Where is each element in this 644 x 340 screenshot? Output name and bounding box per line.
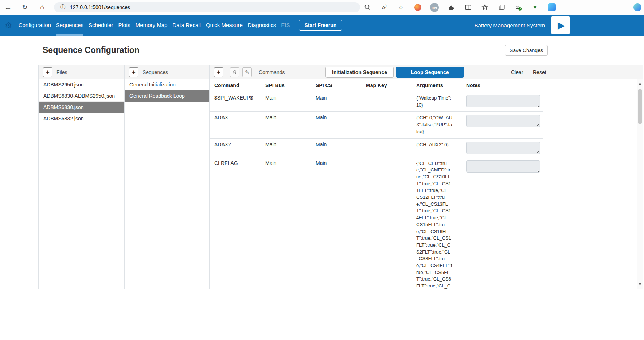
- extensions-puzzle-icon[interactable]: [447, 0, 456, 15]
- nav-item-quick-measure[interactable]: Quick Measure: [203, 15, 245, 36]
- cell-map-key: [361, 157, 411, 289]
- nav-item-diagnostics[interactable]: Diagnostics: [245, 15, 279, 36]
- cell-spi-bus: Main: [261, 92, 311, 112]
- note-textarea[interactable]: [466, 142, 540, 154]
- browser-essentials-icon[interactable]: ♥: [531, 0, 539, 15]
- initialization-sequence-button[interactable]: Initialization Sequence: [325, 67, 394, 78]
- files-panel-title: Files: [56, 69, 67, 75]
- add-file-button[interactable]: +: [43, 67, 52, 77]
- profile-avatar[interactable]: me: [430, 0, 439, 15]
- cell-command: CLRFLAG: [210, 157, 261, 289]
- file-item[interactable]: ADBMS6832.json: [39, 113, 124, 124]
- sequences-panel-header: + Sequences: [125, 65, 209, 79]
- command-row[interactable]: ADAX2 Main Main {"CH_AUX2":0}: [210, 138, 543, 157]
- commands-toolbar: + ✎ Commands Initialization Sequence Loo…: [210, 65, 643, 79]
- sequence-item-selected[interactable]: General Readback Loop: [125, 90, 209, 102]
- files-panel-header: + Files: [39, 65, 124, 79]
- command-row[interactable]: $SPI_WAKEUP$ Main Main {"Wakeup Time":10…: [210, 92, 543, 112]
- nav-item-data-recall[interactable]: Data Recall: [170, 15, 203, 36]
- commands-panel-title: Commands: [259, 65, 285, 79]
- nav-item-memory-map[interactable]: Memory Map: [133, 15, 170, 36]
- sequences-panel: + Sequences General Initialization Gener…: [125, 65, 210, 289]
- col-spi-cs: SPI CS: [311, 79, 361, 92]
- add-command-button[interactable]: +: [214, 67, 223, 77]
- cell-arguments: {"CL_CED":true,"CL_CMED":true,"CL_CS10FL…: [411, 157, 462, 289]
- url-text: 127.0.0.1:5001/sequences: [70, 4, 130, 10]
- nav-item-configuration[interactable]: Configuration: [16, 15, 54, 36]
- app-gradient-badge: [548, 3, 556, 11]
- cell-arguments: {"Wakeup Time":10}: [411, 92, 462, 112]
- settings-gear-icon[interactable]: ⚙: [5, 21, 12, 30]
- cell-spi-bus: Main: [261, 112, 311, 138]
- sequence-item[interactable]: General Initialization: [125, 79, 209, 90]
- cell-spi-cs: Main: [311, 138, 361, 157]
- cell-map-key: [361, 138, 411, 157]
- extension-icon[interactable]: [413, 0, 422, 15]
- downloads-icon[interactable]: [514, 0, 523, 15]
- browser-toolbar-icons: A) ☆ me ♥: [363, 0, 564, 15]
- cell-notes: [462, 138, 543, 157]
- zoom-out-icon[interactable]: [363, 0, 372, 15]
- cell-notes: [462, 92, 543, 112]
- nav-item-plots[interactable]: Plots: [116, 15, 133, 36]
- sequence-configuration-panels: + Files ADBMS2950.json ADBMS6830-ADBMS29…: [38, 65, 643, 289]
- favorites-bar-icon[interactable]: [480, 0, 489, 15]
- scroll-up-arrow-icon[interactable]: [639, 82, 641, 85]
- commands-scrollbar[interactable]: [637, 79, 643, 289]
- cell-notes: [462, 157, 543, 289]
- nav-item-eis: EIS: [278, 15, 292, 36]
- col-notes: Notes: [462, 79, 543, 92]
- refresh-icon[interactable]: ↻: [19, 0, 31, 15]
- clear-button[interactable]: Clear: [511, 65, 523, 79]
- sequences-panel-title: Sequences: [143, 69, 168, 75]
- back-icon[interactable]: ←: [2, 0, 14, 15]
- edit-command-button[interactable]: ✎: [242, 67, 252, 77]
- app-gradient-icon[interactable]: [547, 0, 556, 15]
- note-textarea[interactable]: [466, 160, 540, 173]
- delete-command-button[interactable]: [230, 67, 239, 77]
- read-aloud-icon[interactable]: A): [380, 0, 389, 15]
- save-changes-button[interactable]: Save Changes: [505, 45, 548, 56]
- nav-item-sequences[interactable]: Sequences: [54, 15, 86, 36]
- extension-badge: [414, 4, 421, 11]
- cell-spi-cs: Main: [311, 92, 361, 112]
- scrollbar-thumb[interactable]: [638, 89, 642, 124]
- scroll-down-arrow-icon[interactable]: [639, 283, 641, 285]
- files-panel: + Files ADBMS2950.json ADBMS6830-ADBMS29…: [39, 65, 125, 289]
- add-sequence-button[interactable]: +: [129, 67, 138, 77]
- start-freerun-button[interactable]: Start Freerun: [299, 20, 343, 31]
- nav-item-scheduler[interactable]: Scheduler: [86, 15, 116, 36]
- site-info-icon[interactable]: ⓘ: [60, 4, 65, 11]
- col-spi-bus: SPI Bus: [261, 79, 311, 92]
- commands-header-row: Command SPI Bus SPI CS Map Key Arguments…: [210, 79, 543, 92]
- cell-spi-bus: Main: [261, 138, 311, 157]
- play-icon: ▶: [558, 20, 565, 30]
- address-bar[interactable]: ⓘ 127.0.0.1:5001/sequences: [54, 2, 360, 12]
- cell-spi-cs: Main: [311, 112, 361, 138]
- cell-arguments: {"CH":0,"OW_AUX":false,"PUP":false}: [411, 112, 462, 138]
- note-textarea[interactable]: [466, 95, 540, 107]
- commands-table-container: Command SPI Bus SPI CS Map Key Arguments…: [210, 79, 643, 289]
- favorite-star-icon[interactable]: ☆: [397, 0, 405, 15]
- cell-map-key: [361, 112, 411, 138]
- cell-command: ADAX: [210, 112, 261, 138]
- cell-command: $SPI_WAKEUP$: [210, 92, 261, 112]
- app-brand: Battery Management System: [475, 22, 545, 28]
- file-item[interactable]: ADBMS2950.json: [39, 79, 124, 90]
- command-row[interactable]: CLRFLAG Main Main {"CL_CED":true,"CL_CME…: [210, 157, 543, 289]
- split-screen-icon[interactable]: [464, 0, 472, 15]
- commands-table: Command SPI Bus SPI CS Map Key Arguments…: [210, 79, 543, 289]
- copilot-icon[interactable]: [633, 3, 641, 11]
- file-item-selected[interactable]: ADBMS6830.json: [39, 102, 124, 113]
- col-command: Command: [210, 79, 261, 92]
- loop-sequence-button[interactable]: Loop Sequence: [396, 67, 464, 78]
- note-textarea[interactable]: [466, 115, 540, 127]
- command-row[interactable]: ADAX Main Main {"CH":0,"OW_AUX":false,"P…: [210, 112, 543, 138]
- collections-icon[interactable]: [497, 0, 506, 15]
- file-item[interactable]: ADBMS6830-ADBMS2950.json: [39, 90, 124, 102]
- run-play-button[interactable]: ▶: [551, 16, 570, 34]
- browser-chrome: ← ↻ ⌂ ⓘ 127.0.0.1:5001/sequences A) ☆ me…: [0, 0, 644, 15]
- home-icon[interactable]: ⌂: [36, 0, 48, 15]
- col-map-key: Map Key: [361, 79, 411, 92]
- reset-button[interactable]: Reset: [533, 65, 546, 79]
